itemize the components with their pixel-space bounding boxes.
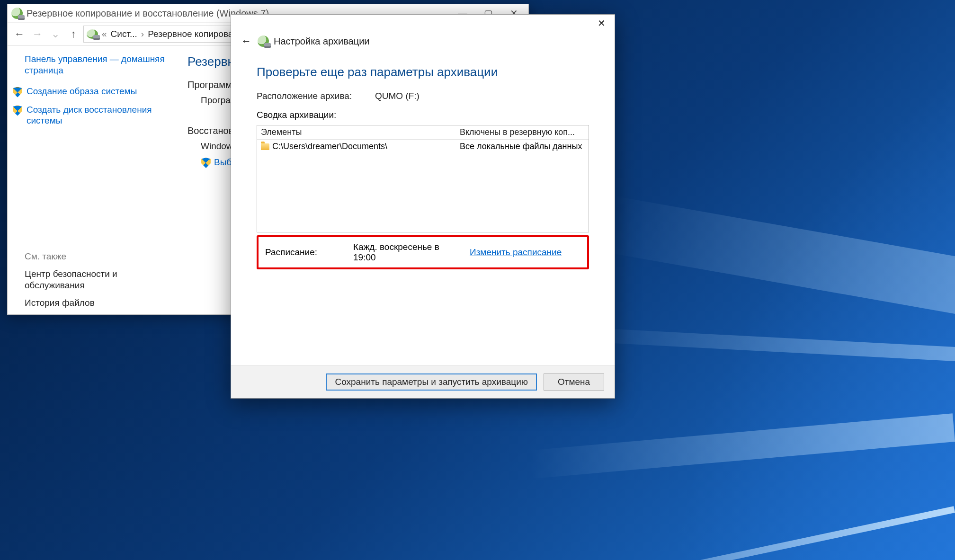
wizard-back-button[interactable]: ← bbox=[240, 35, 253, 48]
control-panel-home-link[interactable]: Панель управления — домашняя страница bbox=[25, 53, 167, 76]
cancel-button[interactable]: Отмена bbox=[544, 373, 604, 391]
schedule-value: Кажд. воскресенье в 19:00 bbox=[353, 242, 462, 263]
nav-up-button[interactable]: ↑ bbox=[65, 26, 81, 42]
items-header-row: Элементы Включены в резервную коп... bbox=[257, 125, 589, 140]
backup-setup-icon bbox=[258, 36, 269, 47]
create-system-image-label: Создание образа системы bbox=[27, 86, 137, 97]
nav-back-button[interactable]: ← bbox=[11, 26, 27, 42]
backup-location-label: Расположение архива: bbox=[257, 91, 375, 101]
folder-icon bbox=[261, 143, 269, 150]
security-center-link[interactable]: Центр безопасности и обслуживания bbox=[25, 268, 167, 291]
shield-icon bbox=[201, 158, 211, 168]
shield-icon bbox=[12, 87, 23, 98]
chevron-left-icon: « bbox=[101, 29, 108, 39]
items-header-included[interactable]: Включены в резервную коп... bbox=[460, 127, 585, 137]
wizard-footer: Сохранить параметры и запустить архиваци… bbox=[231, 365, 615, 398]
backup-location-row: Расположение архива: QUMO (F:) bbox=[257, 91, 589, 101]
chevron-right-icon: › bbox=[140, 29, 145, 39]
breadcrumb-seg-1[interactable]: Сист... bbox=[111, 29, 137, 39]
breadcrumb-icon bbox=[87, 29, 98, 39]
file-history-link[interactable]: История файлов bbox=[25, 297, 167, 309]
items-header-elements[interactable]: Элементы bbox=[261, 127, 460, 137]
save-and-run-backup-button[interactable]: Сохранить параметры и запустить архиваци… bbox=[326, 373, 537, 391]
item-scope: Все локальные файлы данных bbox=[460, 142, 585, 151]
nav-recent-dropdown[interactable]: ⌄ bbox=[47, 26, 63, 42]
backup-summary-label: Сводка архивации: bbox=[257, 110, 589, 120]
wizard-close-button[interactable]: ✕ bbox=[591, 16, 612, 30]
backup-items-list[interactable]: Элементы Включены в резервную коп... C:\… bbox=[257, 125, 589, 232]
item-path: C:\Users\dreamer\Documents\ bbox=[272, 142, 387, 151]
create-repair-disc-link[interactable]: Создать диск восстановления системы bbox=[12, 104, 167, 127]
backup-location-value: QUMO (F:) bbox=[375, 91, 419, 101]
see-also-heading: См. также bbox=[25, 237, 167, 262]
backup-restore-icon bbox=[11, 8, 23, 19]
wizard-header-title: Настройка архивации bbox=[274, 36, 370, 47]
create-repair-disc-label: Создать диск восстановления системы bbox=[27, 104, 167, 127]
schedule-label: Расписание: bbox=[265, 247, 346, 258]
nav-forward-button[interactable]: → bbox=[29, 26, 45, 42]
wizard-header: ← Настройка архивации bbox=[231, 32, 615, 56]
cp-nav-pane: Панель управления — домашняя страница Со… bbox=[8, 46, 176, 314]
create-system-image-link[interactable]: Создание образа системы bbox=[12, 86, 167, 98]
wizard-page-title: Проверьте еще раз параметры архивации bbox=[257, 65, 589, 80]
items-row[interactable]: C:\Users\dreamer\Documents\ Все локальны… bbox=[257, 140, 589, 153]
schedule-row-highlight: Расписание: Кажд. воскресенье в 19:00 Из… bbox=[257, 235, 589, 269]
change-schedule-link[interactable]: Изменить расписание bbox=[470, 247, 562, 258]
backup-wizard-window: ✕ ← Настройка архивации Проверьте еще ра… bbox=[231, 14, 615, 399]
wizard-body: Проверьте еще раз параметры архивации Ра… bbox=[231, 56, 615, 365]
shield-icon bbox=[12, 106, 23, 116]
